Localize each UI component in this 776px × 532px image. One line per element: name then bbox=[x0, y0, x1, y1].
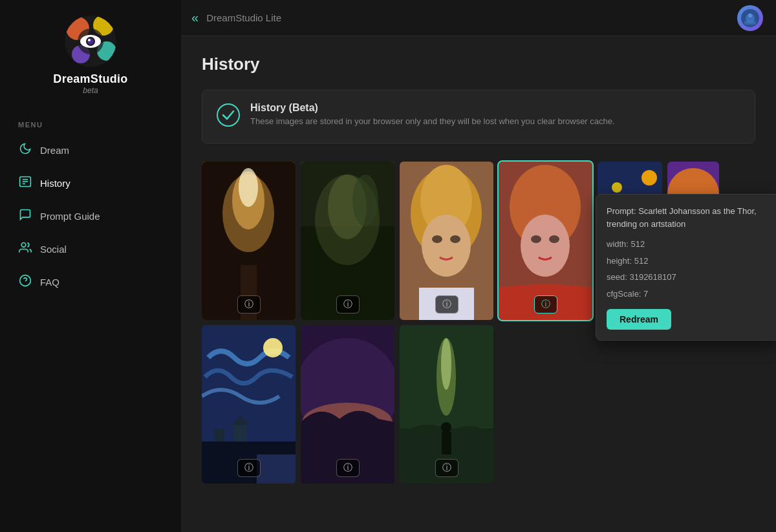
menu-section-label: MENU bbox=[0, 108, 181, 134]
sidebar-item-history[interactable]: History bbox=[0, 167, 181, 200]
prompt-guide-label: Prompt Guide bbox=[40, 211, 100, 222]
info-button-2[interactable]: ⓘ bbox=[336, 295, 360, 314]
main-content: « DreamStudio Lite History H bbox=[181, 0, 776, 532]
topbar-left: « DreamStudio Lite bbox=[191, 10, 281, 25]
sidebar-item-dream[interactable]: Dream bbox=[0, 134, 181, 167]
gallery-item-8[interactable]: ⓘ bbox=[301, 325, 394, 484]
svg-point-35 bbox=[422, 215, 471, 277]
svg-point-21 bbox=[217, 104, 239, 126]
width-value: 512 bbox=[631, 239, 645, 249]
logo-title: DreamStudio bbox=[53, 72, 127, 86]
prompt-guide-icon bbox=[18, 208, 32, 224]
seed-label: seed: bbox=[607, 272, 627, 282]
gallery-item-1[interactable]: ⓘ bbox=[202, 162, 296, 320]
history-label: History bbox=[40, 178, 70, 189]
faq-label: FAQ bbox=[40, 277, 59, 288]
history-icon bbox=[18, 175, 32, 191]
gallery-item-7[interactable]: ⓘ bbox=[202, 325, 296, 484]
logo-icon bbox=[65, 16, 116, 67]
svg-point-19 bbox=[748, 14, 752, 17]
svg-rect-61 bbox=[215, 429, 224, 442]
gallery-item-3[interactable]: ⓘ bbox=[400, 162, 493, 320]
svg-point-59 bbox=[263, 338, 283, 357]
info-button-3[interactable]: ⓘ bbox=[435, 295, 458, 314]
height-value: 512 bbox=[634, 256, 649, 266]
tooltip-seed: seed: 3192618107 bbox=[607, 271, 769, 284]
info-banner-description: These images are stored in your browser … bbox=[250, 116, 615, 126]
gallery-item-4[interactable]: ⓘ Prompt: Scarlett Johansson as the Thor… bbox=[499, 162, 592, 320]
width-label: width: bbox=[607, 239, 629, 249]
prompt-label: Prompt: bbox=[607, 206, 636, 216]
info-banner: History (Beta) These images are stored i… bbox=[202, 90, 755, 144]
svg-rect-74 bbox=[442, 432, 451, 454]
svg-rect-63 bbox=[257, 454, 296, 484]
cfg-value: 7 bbox=[643, 289, 648, 299]
info-button-9[interactable]: ⓘ bbox=[435, 459, 458, 477]
logo-area: DreamStudio beta bbox=[0, 0, 181, 108]
svg-point-8 bbox=[87, 38, 94, 45]
svg-point-14 bbox=[21, 243, 26, 248]
gallery-item-9[interactable]: ⓘ bbox=[400, 325, 493, 484]
gallery-row-2: ⓘ bbox=[202, 325, 755, 484]
gallery-item-2[interactable]: ⓘ bbox=[301, 162, 394, 320]
height-label: height: bbox=[607, 256, 632, 266]
svg-point-37 bbox=[450, 235, 460, 243]
svg-point-46 bbox=[641, 170, 657, 186]
svg-point-41 bbox=[521, 215, 570, 277]
tooltip-cfg: cfgScale: 7 bbox=[607, 288, 769, 301]
social-icon bbox=[18, 241, 32, 257]
content-area: History History (Beta) These images are … bbox=[181, 36, 776, 532]
image-tooltip: Prompt: Scarlett Johansson as the Thor, … bbox=[596, 194, 776, 341]
svg-point-25 bbox=[239, 168, 258, 207]
info-text: History (Beta) These images are stored i… bbox=[250, 102, 615, 126]
chevron-left-icon: « bbox=[191, 10, 199, 25]
faq-icon bbox=[18, 274, 32, 290]
sidebar-item-faq[interactable]: FAQ bbox=[0, 266, 181, 299]
info-banner-title: History (Beta) bbox=[250, 102, 615, 114]
svg-point-9 bbox=[88, 39, 91, 41]
svg-rect-20 bbox=[744, 21, 756, 25]
svg-point-45 bbox=[612, 182, 622, 193]
svg-point-43 bbox=[549, 235, 559, 243]
sidebar-item-prompt-guide[interactable]: Prompt Guide bbox=[0, 200, 181, 233]
sidebar-item-social[interactable]: Social bbox=[0, 233, 181, 266]
sidebar: DreamStudio beta MENU Dream History Prom… bbox=[0, 0, 181, 532]
topbar: « DreamStudio Lite bbox=[181, 0, 776, 36]
redream-button[interactable]: Redream bbox=[607, 309, 671, 330]
tooltip-prompt: Prompt: Scarlett Johansson as the Thor, … bbox=[607, 205, 769, 230]
topbar-title: DreamStudio Lite bbox=[206, 12, 281, 23]
collapse-sidebar-button[interactable]: « bbox=[191, 10, 199, 25]
info-button-7[interactable]: ⓘ bbox=[237, 459, 261, 477]
dream-label: Dream bbox=[40, 145, 69, 156]
cfg-label: cfgScale: bbox=[607, 289, 641, 299]
tooltip-height: height: 512 bbox=[607, 255, 769, 268]
social-label: Social bbox=[40, 244, 67, 255]
svg-rect-62 bbox=[234, 425, 247, 442]
page-title: History bbox=[202, 54, 755, 74]
dream-icon bbox=[18, 142, 32, 158]
logo-subtitle: beta bbox=[83, 86, 98, 95]
svg-point-72 bbox=[441, 338, 451, 390]
check-icon bbox=[217, 103, 240, 131]
info-button-4[interactable]: ⓘ bbox=[534, 295, 557, 314]
user-avatar[interactable] bbox=[737, 5, 763, 31]
gallery-row-1: ⓘ ⓘ bbox=[202, 162, 755, 320]
svg-point-75 bbox=[441, 422, 451, 432]
svg-point-42 bbox=[531, 235, 541, 243]
info-button-8[interactable]: ⓘ bbox=[336, 459, 360, 477]
info-button-1[interactable]: ⓘ bbox=[237, 295, 261, 314]
svg-point-31 bbox=[352, 175, 378, 226]
seed-value: 3192618107 bbox=[629, 272, 676, 282]
tooltip-width: width: 512 bbox=[607, 238, 769, 251]
svg-point-36 bbox=[432, 235, 442, 243]
